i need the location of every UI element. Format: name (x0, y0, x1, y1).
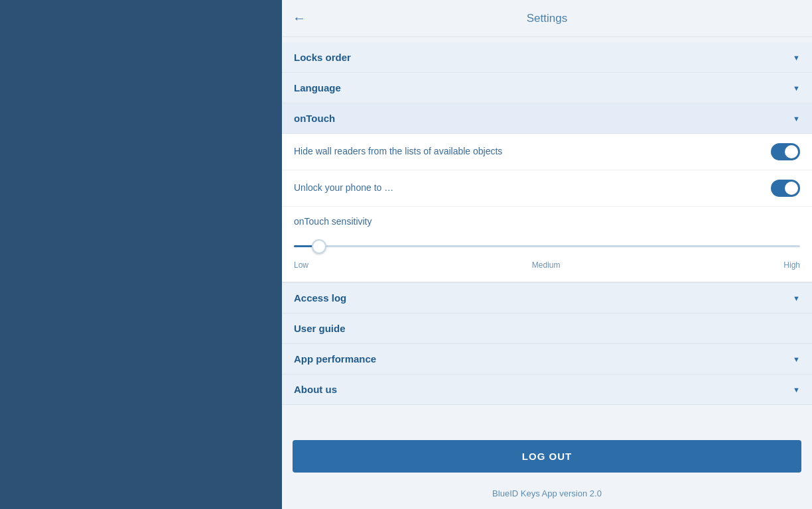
unlock-phone-row: Unlock your phone to … (282, 170, 812, 207)
ontouch-chevron: ▼ (793, 115, 800, 123)
language-chevron: ▼ (793, 84, 800, 92)
app-performance-section[interactable]: App performance ▼ (282, 344, 812, 374)
access-log-label: Access log (294, 292, 346, 304)
user-guide-section[interactable]: User guide (282, 313, 812, 344)
sidebar (0, 0, 282, 509)
hide-wall-toggle[interactable] (771, 143, 800, 160)
user-guide-label: User guide (294, 323, 346, 334)
app-performance-chevron: ▼ (793, 355, 800, 363)
slider-medium: Medium (532, 260, 561, 270)
slider-high: High (783, 260, 800, 270)
slider-thumb[interactable] (312, 239, 326, 254)
unlock-phone-toggle[interactable] (771, 180, 800, 197)
main-content: ← Settings Locks order ▼ Language ▼ onTo… (282, 0, 812, 509)
back-button[interactable]: ← (293, 8, 311, 28)
unlock-phone-track (771, 180, 800, 197)
language-section[interactable]: Language ▼ (282, 73, 812, 103)
sensitivity-section: onTouch sensitivity Low Medium High (282, 207, 812, 282)
about-us-section[interactable]: About us ▼ (282, 374, 812, 405)
locks-order-label: Locks order (294, 52, 351, 63)
hide-wall-label: Hide wall readers from the lists of avai… (294, 145, 771, 158)
hide-wall-thumb (785, 145, 798, 158)
version-text: BlueID Keys App version 2.0 (282, 483, 812, 509)
hide-wall-row: Hide wall readers from the lists of avai… (282, 134, 812, 170)
language-label: Language (294, 82, 341, 93)
about-us-chevron: ▼ (793, 386, 800, 394)
ontouch-content: Hide wall readers from the lists of avai… (282, 134, 812, 283)
ontouch-section[interactable]: onTouch ▼ (282, 103, 812, 134)
access-log-section[interactable]: Access log ▼ (282, 283, 812, 313)
header: ← Settings (282, 0, 812, 37)
unlock-phone-thumb (785, 182, 798, 195)
ontouch-label: onTouch (294, 113, 335, 124)
locks-order-section[interactable]: Locks order ▼ (282, 42, 812, 73)
logout-button[interactable]: LOG OUT (293, 440, 801, 473)
access-log-chevron: ▼ (793, 294, 800, 302)
slider-labels: Low Medium High (294, 260, 800, 270)
locks-order-chevron: ▼ (793, 54, 800, 62)
slider-track (294, 245, 800, 247)
settings-list: Locks order ▼ Language ▼ onTouch ▼ Hide … (282, 37, 812, 429)
app-performance-label: App performance (294, 353, 376, 365)
hide-wall-track (771, 143, 800, 160)
sensitivity-label: onTouch sensitivity (294, 216, 800, 227)
page-title: Settings (527, 12, 567, 25)
unlock-phone-label: Unlock your phone to … (294, 182, 771, 195)
slider-low: Low (294, 260, 308, 270)
slider-container (294, 236, 800, 256)
about-us-label: About us (294, 384, 337, 395)
